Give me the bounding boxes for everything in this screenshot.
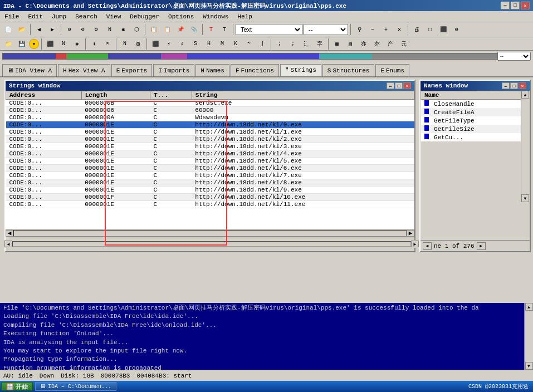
btn7[interactable]: ✱ [117, 23, 129, 36]
btn3[interactable]: ⚙ [63, 23, 76, 36]
btn17[interactable]: + [380, 23, 392, 36]
names-maximize[interactable]: □ [510, 82, 518, 89]
tab-names[interactable]: N Names [195, 64, 229, 76]
t2-btn26[interactable]: 亦 [358, 38, 370, 50]
t2-btn15[interactable]: H [203, 38, 215, 50]
t2-btn13[interactable]: ♯ [176, 38, 188, 50]
t2-btn5[interactable]: N [57, 38, 70, 50]
t2-btn4[interactable]: ⬛ [44, 38, 56, 50]
col-string[interactable]: String [192, 91, 414, 100]
menu-jump[interactable]: Jump [50, 13, 69, 21]
menu-options[interactable]: Options [166, 13, 196, 21]
list-item[interactable]: GetFileType [421, 116, 530, 125]
table-row[interactable]: CODE:0... 0000000B C serdst.exe [6, 100, 414, 107]
menu-search[interactable]: Search [73, 13, 100, 21]
t2-btn23[interactable]: 字 [314, 38, 326, 50]
col-address[interactable]: Address [6, 91, 82, 100]
main-scroll-left[interactable]: ◀ [4, 241, 12, 247]
t2-btn12[interactable]: ⚡ [163, 38, 175, 50]
t2-btn18[interactable]: ~ [243, 38, 255, 50]
t2-btn1[interactable]: 📁 [2, 38, 14, 50]
navigation-color-bar[interactable] [2, 53, 531, 60]
t2-btn24[interactable]: ▦ [331, 38, 343, 50]
table-row[interactable]: CODE:0... 0000001E C http://down.18dd.ne… [6, 201, 414, 208]
start-button[interactable]: 🪟 开始 [1, 382, 33, 391]
strings-close[interactable]: ✕ [403, 82, 411, 89]
strings-minimize[interactable]: — [387, 82, 394, 89]
col-type[interactable]: T... [150, 91, 192, 100]
t2-btn19[interactable]: ∫ [256, 38, 268, 50]
tab-imports[interactable]: I Imports [153, 64, 194, 76]
maximize-button[interactable]: □ [511, 2, 520, 9]
strings-table-container[interactable]: Address Length T... String CODE:0... 000… [6, 91, 414, 229]
btn4[interactable]: ⚙ [77, 23, 89, 36]
names-nav-right[interactable]: ▶ [477, 242, 486, 250]
btn19[interactable]: 🖨 [410, 23, 423, 36]
names-scroll-up[interactable]: ▲ [521, 91, 529, 99]
text-type-dropdown[interactable]: Text Graph Proximity [236, 24, 302, 35]
table-row[interactable]: CODE:0... 0000001E C http://down.18dd.ne… [6, 150, 414, 158]
btn9[interactable]: 📋 [148, 23, 160, 36]
t2-btn6[interactable]: ✱ [71, 38, 83, 50]
tab-hex-view[interactable]: H Hex View-A [58, 64, 110, 76]
btn12[interactable]: 📎 [188, 23, 200, 36]
t2-btn8[interactable]: × [101, 38, 114, 50]
tab-structures[interactable]: S Structures [322, 64, 375, 76]
table-row[interactable]: CODE:0... 0000001E C http://down.18dd.ne… [6, 129, 414, 136]
btn8[interactable]: ⬡ [130, 23, 143, 36]
t2-btn28[interactable]: 产 [384, 38, 397, 50]
table-row[interactable]: CODE:0... 0000001E C http://down.18dd.ne… [6, 179, 414, 187]
list-item[interactable]: GetCu... [421, 133, 530, 141]
table-row[interactable]: CODE:0... 0000001E C http://down.18dd.ne… [6, 158, 414, 165]
t2-btn22[interactable]: 辶 [300, 38, 312, 50]
minimize-button[interactable]: — [501, 2, 510, 9]
log-scrollbar[interactable]: ▲ ▼ [524, 303, 533, 370]
table-row[interactable]: CODE:0... 0000001E C http://down.18dd.ne… [6, 165, 414, 172]
menu-view[interactable]: View [104, 13, 123, 21]
table-row[interactable]: CODE:0... 0000000A C Wdswsdevm [6, 114, 414, 121]
menu-help[interactable]: Help [235, 13, 254, 21]
list-item[interactable]: GetFileSize [421, 125, 530, 133]
t2-btn2[interactable]: 💾 [16, 38, 28, 50]
table-row[interactable]: CODE:0... 0000001E C http://down.18dd.ne… [6, 143, 414, 150]
menu-debugger[interactable]: Debugger [128, 13, 162, 21]
t2-btn21[interactable]: ; [287, 38, 299, 50]
menu-windows[interactable]: Windows [201, 13, 231, 21]
btn16[interactable]: − [366, 23, 379, 36]
main-h-scrollbar[interactable]: ◀ ▶ [4, 240, 419, 248]
btn21[interactable]: ⬛ [437, 23, 449, 36]
t2-btn27[interactable]: 亦 [371, 38, 383, 50]
btn20[interactable]: □ [424, 23, 436, 36]
names-col-name[interactable]: Name [421, 91, 530, 100]
forward-btn[interactable]: ▶ [46, 23, 58, 36]
table-row[interactable]: CODE:0... 0000001E C http://down.18dd.ne… [6, 172, 414, 179]
scroll-left-btn[interactable]: ◀ [6, 230, 13, 237]
t2-btn3[interactable]: ● [29, 39, 39, 49]
main-scroll-right[interactable]: ▶ [411, 241, 419, 247]
menu-file[interactable]: File [2, 13, 21, 21]
t2-btn25[interactable]: ▤ [344, 38, 356, 50]
close-button[interactable]: ✕ [521, 2, 530, 9]
t2-btn14[interactable]: S [189, 38, 202, 50]
btn18[interactable]: ✕ [393, 23, 405, 36]
names-minimize[interactable]: — [502, 82, 510, 89]
table-row[interactable]: CODE:0... 0000001E C http://down.18dd.ne… [6, 136, 414, 143]
scroll-right-btn[interactable]: ▶ [407, 230, 414, 237]
table-row[interactable]: CODE:0... 0000001E C http://down.18dd.ne… [6, 187, 414, 194]
btn22[interactable]: ⚙ [451, 23, 463, 36]
t2-btn20[interactable]: ; [273, 38, 286, 50]
names-close[interactable]: ✕ [519, 82, 526, 89]
btn15[interactable]: ⚲ [353, 23, 365, 36]
list-item[interactable]: CreateFileA [421, 108, 530, 116]
btn13[interactable]: T [205, 23, 217, 36]
tab-functions[interactable]: F Functions [231, 64, 279, 76]
table-row[interactable]: CODE:0... 0000001F C http://down.18dd.ne… [6, 194, 414, 201]
names-nav-left[interactable]: ◀ [423, 242, 432, 250]
log-scroll-down[interactable]: ▼ [525, 362, 533, 370]
col-length[interactable]: Length [81, 91, 150, 100]
new-file-btn[interactable]: 📄 [2, 23, 14, 36]
names-content[interactable]: Name CloseHandle CreateFileA GetFileType… [420, 91, 530, 240]
t2-btn9[interactable]: N [119, 38, 131, 50]
tab-enums[interactable]: E Enums [375, 64, 409, 76]
names-scrollbar[interactable]: ▲ ▼ [521, 91, 530, 202]
